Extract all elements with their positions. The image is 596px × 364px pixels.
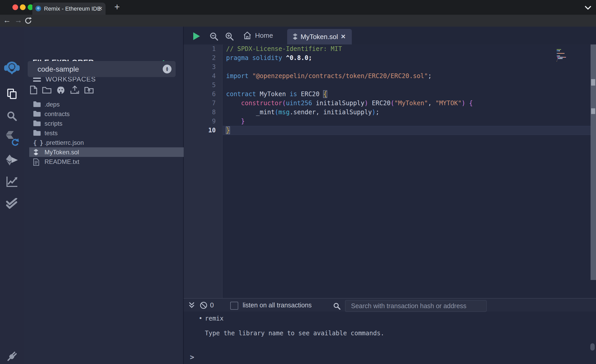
minimap[interactable] bbox=[557, 49, 578, 62]
listen-transactions-checkbox[interactable] bbox=[230, 302, 238, 310]
json-braces-icon: { } bbox=[33, 139, 43, 147]
solidity-file-icon bbox=[33, 149, 39, 156]
listen-transactions-label: listen on all transactions bbox=[243, 301, 312, 309]
code-line-2[interactable]: pragma solidity ^0.8.0; bbox=[226, 54, 473, 63]
tree-item-deps[interactable]: .deps bbox=[24, 100, 184, 109]
tree-item-mytoken-selected[interactable]: MyToken.sol bbox=[29, 147, 184, 157]
home-icon bbox=[243, 31, 251, 40]
scrollbar-mark bbox=[591, 79, 595, 86]
deploy-run-icon bbox=[5, 154, 18, 166]
terminal-search-input[interactable] bbox=[345, 300, 487, 312]
editor-scrollbar[interactable] bbox=[591, 44, 596, 280]
create-folder-icon[interactable] bbox=[42, 86, 51, 94]
file-label: contracts bbox=[44, 110, 70, 118]
editor-body: 12345678910 // SPDX-License-Identifier: … bbox=[184, 44, 596, 298]
zoom-in-button[interactable] bbox=[225, 32, 234, 41]
folder-icon bbox=[33, 101, 41, 107]
tab-mytoken-close-icon[interactable]: × bbox=[341, 32, 346, 41]
workspace-selected: code-sample bbox=[38, 65, 79, 73]
workspace-select[interactable]: code-sample ▲▼ bbox=[28, 61, 176, 77]
window-close-button[interactable] bbox=[12, 4, 18, 10]
tab-home-label: Home bbox=[255, 32, 273, 40]
tab-mytoken-label: MyToken.sol bbox=[301, 33, 338, 41]
folder-icon bbox=[33, 130, 41, 136]
editor-gutter: 12345678910 bbox=[184, 44, 222, 298]
code-line-5[interactable] bbox=[226, 81, 473, 90]
file-label: scripts bbox=[44, 120, 62, 127]
browser-tab-title: Remix - Ethereum IDE bbox=[44, 5, 101, 12]
search-icon bbox=[6, 111, 17, 122]
code-line-8[interactable]: _mint(msg.sender, initialSupply); bbox=[226, 108, 473, 117]
text-file-icon bbox=[33, 158, 39, 166]
clear-console-icon[interactable] bbox=[200, 301, 207, 309]
code-line-6[interactable]: contract MyToken is ERC20 { bbox=[226, 90, 473, 99]
code-line-7[interactable]: constructor(uint256 initialSupply) ERC20… bbox=[226, 99, 473, 108]
upload-folder-icon[interactable] bbox=[84, 86, 94, 94]
tree-item-scripts[interactable]: scripts bbox=[24, 119, 184, 128]
code-line-4[interactable]: import "@openzeppelin/contracts/token/ER… bbox=[226, 72, 473, 81]
workspace-selector-icon[interactable]: ▲▼ bbox=[163, 65, 172, 73]
sidebar-item-solidity-compiler[interactable] bbox=[0, 130, 24, 147]
sidebar-item-deploy-run[interactable] bbox=[0, 152, 24, 168]
screen: Remix - Ethereum IDE × + ← → remix.ether… bbox=[0, 0, 596, 364]
back-button[interactable]: ← bbox=[3, 16, 11, 24]
tree-item-contracts[interactable]: contracts bbox=[24, 109, 184, 119]
terminal-search-icon bbox=[333, 302, 340, 310]
code-lines[interactable]: // SPDX-License-Identifier: MITpragma so… bbox=[226, 44, 473, 135]
tab-close-icon[interactable]: × bbox=[98, 5, 102, 12]
browser-tab-strip: Remix - Ethereum IDE × + bbox=[0, 0, 596, 15]
terminal-scrollbar-thumb[interactable] bbox=[590, 343, 595, 351]
terminal-prompt[interactable]: > bbox=[190, 353, 194, 361]
zoom-out-button[interactable] bbox=[210, 32, 218, 41]
create-file-icon[interactable] bbox=[30, 86, 37, 94]
plug-icon bbox=[5, 350, 18, 363]
transaction-count-badge: 0 bbox=[210, 301, 214, 309]
run-script-button[interactable] bbox=[193, 32, 200, 41]
new-tab-button[interactable]: + bbox=[114, 2, 120, 12]
terminal-panel: 0 listen on all transactions • remix Typ… bbox=[184, 298, 596, 364]
solidity-compiler-icon bbox=[5, 131, 19, 146]
folder-icon bbox=[33, 111, 41, 117]
file-label: README.txt bbox=[44, 158, 79, 165]
sidebar-item-plugin-manager[interactable] bbox=[0, 348, 24, 364]
browser-toolbar: ← → remix.ethereum.org /#lang=en&optimiz… bbox=[0, 15, 596, 27]
folder-icon bbox=[33, 120, 41, 126]
code-line-1[interactable]: // SPDX-License-Identifier: MIT bbox=[226, 44, 473, 54]
editor: Home MyToken.sol × 12345678910 // SPDX-L… bbox=[184, 27, 596, 298]
scrollbar-mark bbox=[591, 108, 595, 114]
code-line-3[interactable] bbox=[226, 63, 473, 72]
sidebar-item-unit-testing[interactable] bbox=[0, 195, 24, 212]
tree-item-readme[interactable]: README.txt bbox=[24, 157, 184, 166]
tab-home[interactable]: Home bbox=[243, 31, 273, 40]
file-label: MyToken.sol bbox=[44, 149, 79, 156]
sidebar-item-search[interactable] bbox=[0, 108, 24, 124]
window-minimize-button[interactable] bbox=[20, 4, 26, 10]
file-label: tests bbox=[44, 130, 58, 137]
activity-bar: ⚙ bbox=[0, 27, 24, 364]
browser-tab[interactable]: Remix - Ethereum IDE × bbox=[32, 3, 106, 15]
tab-search-chevron-icon[interactable] bbox=[585, 6, 591, 10]
solidity-tab-icon bbox=[292, 33, 298, 40]
forward-button[interactable]: → bbox=[14, 16, 22, 24]
terminal-collapse-chevrons-icon[interactable] bbox=[189, 302, 195, 309]
code-line-10[interactable]: } bbox=[226, 126, 473, 135]
remix-favicon bbox=[35, 6, 41, 11]
upload-file-icon[interactable] bbox=[70, 86, 79, 94]
file-label: .prettierrc.json bbox=[44, 139, 84, 146]
log-bullet: • bbox=[199, 315, 202, 322]
tree-item-prettierrc[interactable]: { } .prettierrc.json bbox=[24, 138, 184, 147]
code-line-9[interactable]: } bbox=[226, 117, 473, 126]
reload-button[interactable] bbox=[24, 17, 32, 25]
explorer-toolbar bbox=[30, 86, 94, 94]
tab-mytoken[interactable]: MyToken.sol × bbox=[287, 29, 352, 44]
sidebar-item-analysis[interactable] bbox=[0, 173, 24, 190]
remix-logo[interactable] bbox=[0, 59, 24, 76]
double-check-icon bbox=[6, 198, 18, 209]
terminal-header: 0 listen on all transactions bbox=[184, 298, 596, 312]
editor-tab-bar: Home MyToken.sol × bbox=[184, 27, 596, 44]
clone-github-icon[interactable] bbox=[56, 86, 65, 94]
sidebar-item-file-explorer[interactable] bbox=[0, 86, 24, 102]
tree-item-tests[interactable]: tests bbox=[24, 128, 184, 138]
file-explorer-icon bbox=[6, 88, 18, 100]
analysis-chart-icon bbox=[6, 176, 18, 187]
